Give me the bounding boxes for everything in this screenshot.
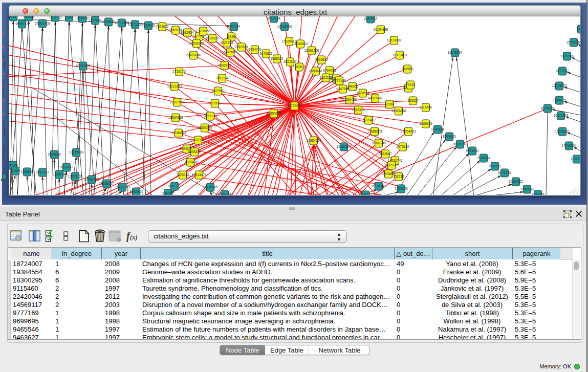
svg-text:9474444: 9474444 — [466, 149, 479, 152]
svg-text:9055713: 9055713 — [15, 22, 29, 26]
svg-text:1640954: 1640954 — [431, 127, 444, 131]
svg-text:1588520: 1588520 — [270, 57, 284, 60]
svg-text:1362615: 1362615 — [293, 65, 306, 69]
svg-text:6497548: 6497548 — [336, 87, 350, 91]
svg-text:12093822: 12093822 — [552, 84, 567, 87]
svg-text:1292344: 1292344 — [129, 190, 143, 193]
svg-text:16961758: 16961758 — [304, 49, 319, 52]
svg-text:21364436: 21364436 — [342, 98, 357, 101]
svg-text:10719155: 10719155 — [115, 21, 129, 25]
svg-text:20053346: 20053346 — [76, 64, 91, 68]
svg-text:8878334: 8878334 — [191, 138, 205, 142]
svg-text:9777169: 9777169 — [333, 79, 346, 82]
svg-text:16914479: 16914479 — [192, 173, 207, 177]
svg-text:10958107: 10958107 — [99, 182, 114, 185]
svg-text:9146821: 9146821 — [259, 52, 273, 55]
svg-text:12505135: 12505135 — [68, 174, 83, 178]
svg-text:8912954: 8912954 — [181, 31, 194, 34]
svg-text:748506: 748506 — [402, 67, 413, 71]
svg-text:9327508: 9327508 — [220, 41, 233, 45]
svg-text:16210643: 16210643 — [554, 114, 569, 117]
svg-text:1733426: 1733426 — [395, 187, 408, 190]
svg-text:19854933: 19854933 — [168, 116, 183, 119]
svg-text:2867608: 2867608 — [235, 45, 248, 49]
svg-text:1624554: 1624554 — [356, 91, 369, 95]
svg-text:16782759: 16782759 — [115, 185, 130, 189]
svg-text:7625402: 7625402 — [176, 173, 189, 177]
svg-text:3546: 3546 — [228, 35, 235, 38]
svg-text:9699695: 9699695 — [419, 122, 432, 125]
svg-text:20137: 20137 — [9, 16, 18, 18]
svg-text:8427552: 8427552 — [211, 89, 225, 93]
svg-text:2020655: 2020655 — [48, 152, 61, 156]
svg-text:75115: 75115 — [406, 83, 415, 86]
svg-text:1156829: 1156829 — [21, 170, 34, 173]
svg-text:6794028: 6794028 — [323, 69, 336, 72]
svg-text:7632621: 7632621 — [488, 164, 502, 168]
svg-text:10973493: 10973493 — [393, 53, 407, 57]
svg-text:17016504: 17016504 — [562, 144, 577, 147]
svg-text:18724007: 18724007 — [287, 104, 302, 107]
svg-text:10653267: 10653267 — [75, 16, 90, 20]
svg-text:39159: 39159 — [11, 169, 20, 172]
svg-text:19166823: 19166823 — [171, 131, 186, 135]
svg-text:18300295: 18300295 — [267, 112, 281, 115]
svg-text:7386372: 7386372 — [352, 108, 365, 112]
svg-text:7357224: 7357224 — [227, 25, 241, 28]
svg-text:10688609: 10688609 — [367, 129, 382, 133]
svg-text:6466160: 6466160 — [102, 20, 115, 24]
svg-text:830993: 830993 — [162, 191, 173, 195]
svg-text:2942757: 2942757 — [36, 170, 49, 174]
svg-text:6322037: 6322037 — [284, 60, 297, 63]
svg-text:11123: 11123 — [577, 27, 580, 31]
svg-text:7663822: 7663822 — [156, 25, 169, 28]
svg-text:1527602: 1527602 — [89, 18, 102, 22]
svg-text:19384554: 19384554 — [307, 139, 321, 142]
svg-text:1903719: 1903719 — [49, 16, 62, 19]
svg-text:12213383: 12213383 — [167, 84, 182, 88]
svg-text:17957255: 17957255 — [84, 178, 99, 181]
svg-text:15136141: 15136141 — [372, 184, 386, 188]
svg-text:3267130: 3267130 — [204, 114, 217, 118]
svg-text:9227342: 9227342 — [556, 69, 569, 73]
svg-text:10654112: 10654112 — [509, 180, 524, 183]
svg-text:8471676: 8471676 — [498, 171, 511, 174]
svg-text:19218506: 19218506 — [277, 25, 292, 28]
svg-text:8215955: 8215955 — [541, 106, 554, 110]
svg-text:252214: 252214 — [393, 174, 404, 178]
svg-text:6879197: 6879197 — [453, 142, 467, 146]
svg-text:8813054: 8813054 — [267, 16, 280, 20]
svg-text:5575685: 5575685 — [224, 50, 237, 54]
svg-text:9975867: 9975867 — [60, 165, 73, 169]
svg-text:835061: 835061 — [9, 163, 18, 167]
svg-text:6990448: 6990448 — [309, 69, 322, 73]
svg-text:15720407: 15720407 — [361, 118, 376, 122]
svg-text:9329966: 9329966 — [560, 54, 574, 58]
svg-text:15751074: 15751074 — [567, 40, 580, 44]
svg-text:117006: 117006 — [209, 101, 221, 105]
svg-text:15692971: 15692971 — [555, 129, 570, 133]
svg-text:1244415: 1244415 — [553, 98, 566, 102]
svg-text:2687682: 2687682 — [364, 17, 377, 20]
svg-text:15716485: 15716485 — [203, 185, 218, 189]
svg-text:16543382: 16543382 — [189, 41, 204, 45]
svg-text:15184545: 15184545 — [337, 145, 352, 148]
svg-text:104379: 104379 — [23, 16, 34, 18]
svg-text:953627: 953627 — [407, 99, 419, 102]
svg-text:8309934: 8309934 — [218, 192, 231, 195]
svg-text:1043: 1043 — [66, 16, 73, 19]
svg-text:9242848: 9242848 — [218, 63, 231, 67]
svg-text:62166: 62166 — [385, 102, 394, 106]
svg-text:3684067: 3684067 — [379, 152, 392, 156]
svg-text:1615132: 1615132 — [385, 163, 398, 167]
svg-text:1145194: 1145194 — [53, 172, 66, 176]
svg-text:13226058: 13226058 — [196, 29, 211, 33]
svg-text:17359924: 17359924 — [69, 150, 84, 154]
svg-text:1167533: 1167533 — [571, 157, 580, 161]
svg-text:10671355: 10671355 — [128, 23, 143, 26]
svg-text:8938923: 8938923 — [443, 135, 456, 138]
svg-text:8454749: 8454749 — [248, 48, 262, 51]
svg-text:16648784: 16648784 — [448, 51, 463, 54]
svg-text:12213987: 12213987 — [387, 38, 402, 42]
svg-text:10107553: 10107553 — [170, 100, 185, 104]
